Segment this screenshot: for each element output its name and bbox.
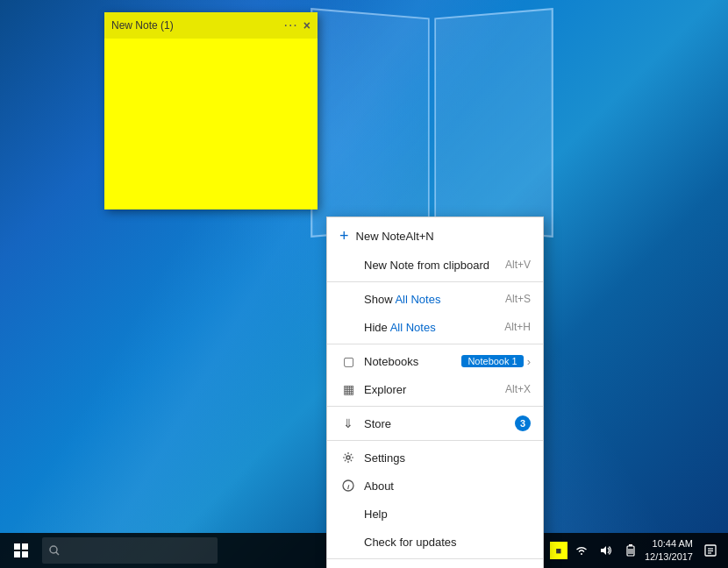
- svg-rect-5: [14, 551, 20, 557]
- menu-label-hide-all: Hide All Notes: [364, 321, 504, 334]
- window-pane-right: [434, 8, 553, 238]
- info-icon: i: [339, 479, 357, 492]
- start-button[interactable]: [4, 533, 39, 568]
- power-icon[interactable]: [620, 540, 641, 561]
- separator-4: [327, 440, 543, 441]
- sticky-close-button[interactable]: ×: [303, 18, 310, 32]
- sticky-note-controls: ··· ×: [283, 18, 310, 33]
- menu-label-show-all: Show All Notes: [364, 293, 505, 306]
- svg-marker-15: [601, 546, 606, 555]
- svg-text:i: i: [347, 483, 350, 491]
- taskbar-search[interactable]: [42, 537, 218, 564]
- menu-label-settings: Settings: [364, 451, 531, 465]
- menu-label-new-note: New Note: [356, 230, 406, 243]
- menu-shortcut-clipboard: Alt+V: [505, 259, 531, 271]
- menu-label-about: About: [364, 479, 531, 493]
- menu-shortcut-hide: Alt+H: [504, 321, 531, 333]
- sticky-note-body[interactable]: [104, 39, 318, 209]
- network-icon[interactable]: [571, 540, 592, 561]
- menu-item-about[interactable]: i About: [327, 472, 543, 500]
- svg-rect-4: [22, 543, 28, 550]
- explorer-icon: ▦: [339, 382, 357, 396]
- menu-label-notebooks: Notebooks: [364, 355, 457, 368]
- menu-item-new-note-clipboard[interactable]: New Note from clipboard Alt+V: [327, 251, 543, 279]
- separator-3: [327, 406, 543, 407]
- menu-item-explorer[interactable]: ▦ Explorer Alt+X: [327, 375, 543, 403]
- svg-rect-18: [628, 549, 633, 554]
- window-pane-left: [310, 8, 430, 238]
- menu-item-check-updates[interactable]: Check for updates: [327, 528, 543, 556]
- menu-shortcut-show: Alt+S: [505, 293, 531, 305]
- notification-center-icon[interactable]: [700, 540, 721, 561]
- context-menu: + New Note Alt+N New Note from clipboard…: [326, 217, 544, 568]
- sticky-note-window[interactable]: New Note (1) ··· ×: [104, 12, 318, 209]
- svg-rect-6: [22, 551, 28, 557]
- menu-shortcut-new-note: Alt+N: [406, 230, 434, 243]
- menu-label-clipboard: New Note from clipboard: [364, 259, 505, 272]
- store-badge: 3: [515, 415, 531, 431]
- menu-item-hide-all-notes[interactable]: Hide All Notes Alt+H: [327, 313, 543, 341]
- taskbar-time: 10:44 AM: [653, 537, 693, 550]
- svg-point-0: [346, 456, 350, 459]
- sticky-notes-tray-icon[interactable]: ■: [550, 542, 567, 559]
- svg-line-8: [56, 552, 59, 555]
- sticky-note-header: New Note (1) ··· ×: [104, 12, 318, 39]
- menu-item-exit[interactable]: Exit: [327, 562, 543, 568]
- desktop: New Note (1) ··· × + New Note Alt+N New …: [0, 0, 728, 568]
- notebook-icon: ▢: [339, 354, 357, 368]
- settings-icon: [339, 451, 357, 464]
- sticky-note-title: New Note (1): [111, 19, 174, 32]
- taskbar-clock[interactable]: 10:44 AM 12/13/2017: [645, 537, 693, 564]
- svg-rect-17: [629, 544, 632, 546]
- notebook-badge: Notebook 1: [461, 355, 523, 367]
- menu-item-store[interactable]: ⇓ Store 3: [327, 409, 543, 437]
- plus-icon: +: [339, 227, 349, 245]
- store-icon: ⇓: [339, 416, 357, 430]
- menu-label-check-updates: Check for updates: [364, 536, 531, 549]
- menu-shortcut-explorer: Alt+X: [505, 383, 531, 395]
- menu-label-explorer: Explorer: [364, 383, 505, 396]
- separator-2: [327, 344, 543, 344]
- svg-point-7: [50, 546, 57, 553]
- menu-item-notebooks[interactable]: ▢ Notebooks Notebook 1 ›: [327, 347, 543, 375]
- menu-item-new-note[interactable]: + New Note Alt+N: [327, 221, 543, 251]
- menu-item-settings[interactable]: Settings: [327, 444, 543, 472]
- taskbar-date: 12/13/2017: [645, 550, 693, 564]
- menu-label-help: Help: [364, 508, 531, 521]
- chevron-right-icon: ›: [527, 355, 531, 368]
- menu-label-store: Store: [364, 417, 510, 430]
- separator-5: [327, 558, 543, 559]
- separator-1: [327, 281, 543, 282]
- menu-item-help[interactable]: Help: [327, 500, 543, 528]
- volume-icon[interactable]: [596, 540, 617, 561]
- menu-item-show-all-notes[interactable]: Show All Notes Alt+S: [327, 285, 543, 313]
- sticky-options-button[interactable]: ···: [283, 18, 297, 33]
- svg-rect-3: [14, 543, 20, 550]
